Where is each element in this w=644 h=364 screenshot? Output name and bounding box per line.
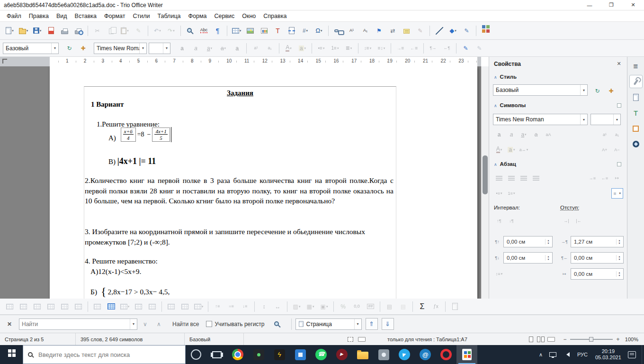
- spacing-above-spinner[interactable]: 0,00 см: [503, 236, 553, 247]
- menu-item[interactable]: Вставка: [71, 11, 100, 21]
- combo-arrow-icon[interactable]: [580, 114, 585, 125]
- insert-hyperlink-icon[interactable]: [331, 24, 344, 37]
- opera-icon[interactable]: [436, 345, 456, 364]
- section-style[interactable]: Стиль: [494, 74, 517, 80]
- media-app-icon[interactable]: [331, 345, 352, 364]
- properties-deck-icon[interactable]: [629, 75, 643, 88]
- close-button[interactable]: ✕: [622, 0, 644, 10]
- word-count[interactable]: 395 слов, 2 649 символов: [76, 333, 185, 345]
- paragraph-style-combo[interactable]: Базовый: [3, 43, 59, 54]
- combo-arrow-icon[interactable]: [580, 85, 585, 95]
- close-find-bar-icon[interactable]: [6, 320, 13, 328]
- menu-item[interactable]: Окно: [238, 11, 259, 21]
- print-icon[interactable]: [58, 24, 71, 37]
- horizontal-ruler[interactable]: 1234567891011121314151617181920212223: [0, 57, 481, 66]
- document-view[interactable]: Задания 1 Вариант 1.Решите уравнение: А)…: [0, 66, 481, 299]
- insert-table-icon[interactable]: ▾: [230, 24, 243, 37]
- combo-arrow-icon[interactable]: [51, 43, 56, 54]
- update-style-icon[interactable]: ↻: [63, 42, 76, 55]
- tray-expand-icon[interactable]: [536, 352, 546, 358]
- indent-before-spinner[interactable]: 1,27 см: [571, 236, 624, 247]
- zoom-in-icon[interactable]: [615, 336, 621, 343]
- blue-app-icon[interactable]: [290, 345, 311, 364]
- combo-arrow-icon[interactable]: [354, 319, 359, 329]
- spinner-buttons[interactable]: [616, 255, 622, 261]
- find-and-replace-icon[interactable]: [271, 318, 284, 330]
- combo-arrow-icon[interactable]: [613, 114, 618, 125]
- navigate-next-button[interactable]: [382, 318, 394, 330]
- spacing-below-spinner[interactable]: 0,00 см: [503, 252, 553, 264]
- taskbar-clock[interactable]: 20:19 05.03.2021: [591, 348, 625, 361]
- scrollbar-thumb[interactable]: [483, 155, 488, 194]
- indent-first-line-spinner[interactable]: 0,00 см: [571, 268, 624, 280]
- taskbar-search[interactable]: [23, 345, 186, 364]
- navigate-previous-button[interactable]: [366, 318, 378, 330]
- menu-item[interactable]: Файл: [3, 11, 25, 21]
- new-style-icon[interactable]: ✚: [77, 42, 89, 55]
- insert-table-grid-icon[interactable]: [105, 300, 117, 313]
- menu-item[interactable]: Таблица: [153, 11, 184, 21]
- document-page[interactable]: Задания 1 Вариант 1.Решите уравнение: А)…: [50, 66, 477, 299]
- match-case-checkbox[interactable]: [206, 321, 212, 327]
- font-size-combo[interactable]: [149, 43, 170, 54]
- insert-bookmark-icon[interactable]: ⚑: [373, 24, 385, 37]
- insert-line-icon[interactable]: [433, 24, 446, 37]
- export-pdf-icon[interactable]: [45, 24, 57, 37]
- menu-item[interactable]: Справка: [259, 11, 290, 21]
- sidebar-close-icon[interactable]: [616, 60, 622, 67]
- sidebar-line-spacing-dropdown[interactable]: [611, 188, 623, 199]
- find-and-replace-icon[interactable]: [184, 24, 197, 37]
- menu-item[interactable]: Правка: [25, 11, 53, 21]
- page-indicator[interactable]: Страница 2 из 5: [0, 333, 76, 345]
- sidebar-settings-icon[interactable]: ≣: [629, 59, 643, 73]
- tab-stop-icon[interactable]: [2, 59, 7, 64]
- insert-footnote-icon[interactable]: A¹: [345, 24, 358, 37]
- file-explorer-icon[interactable]: [352, 345, 373, 364]
- multi-page-view-icon[interactable]: [537, 337, 540, 342]
- menu-item[interactable]: Вид: [53, 11, 71, 21]
- new-style-icon[interactable]: ✚: [605, 84, 617, 97]
- sidebar-style-combo[interactable]: Базовый: [493, 84, 588, 96]
- edit-mode-icon[interactable]: ✎: [459, 42, 472, 55]
- insert-cross-reference-icon[interactable]: ⇄: [386, 24, 399, 37]
- character-dialog-launcher-icon[interactable]: [617, 103, 621, 108]
- update-style-icon[interactable]: ↻: [591, 84, 604, 97]
- find-all-button[interactable]: Найти все: [172, 321, 199, 328]
- save-icon[interactable]: ▾: [31, 24, 44, 37]
- mail-app-icon[interactable]: [415, 345, 436, 364]
- spinner-buttons[interactable]: [545, 255, 551, 261]
- chrome-icon[interactable]: [227, 345, 248, 364]
- combo-arrow-icon[interactable]: [163, 43, 168, 54]
- spinner-buttons[interactable]: [616, 271, 622, 277]
- menu-item[interactable]: Стили: [129, 11, 153, 21]
- new-document-icon[interactable]: ▾: [3, 24, 16, 37]
- page-style-indicator[interactable]: Базовый: [185, 333, 244, 345]
- insert-chart-icon[interactable]: [258, 24, 270, 37]
- section-paragraph[interactable]: Абзац: [494, 161, 516, 167]
- navigate-by-combo[interactable]: Страница: [295, 318, 362, 330]
- styles-deck-icon[interactable]: T: [629, 106, 643, 119]
- zoom-slider[interactable]: [570, 339, 613, 340]
- combo-arrow-icon[interactable]: [139, 43, 144, 54]
- zoom-control[interactable]: [562, 336, 621, 343]
- action-center-icon[interactable]: [628, 351, 636, 358]
- navigator-deck-icon[interactable]: [629, 137, 643, 151]
- spinner-buttons[interactable]: [616, 239, 622, 245]
- insert-endnote-icon[interactable]: A₁: [359, 24, 372, 37]
- page-deck-icon[interactable]: [629, 91, 643, 104]
- dark-app-icon[interactable]: [248, 345, 269, 364]
- insert-page-break-icon[interactable]: [285, 24, 298, 37]
- task-view-icon[interactable]: [206, 345, 227, 364]
- grid-view-icon[interactable]: [479, 24, 492, 37]
- minimize-button[interactable]: —: [579, 0, 600, 10]
- insert-image-icon[interactable]: [244, 24, 257, 37]
- language-indicator[interactable]: РУС: [573, 352, 591, 357]
- start-button[interactable]: [0, 345, 23, 364]
- tray-volume-icon[interactable]: [564, 352, 570, 357]
- gallery-deck-icon[interactable]: [629, 122, 643, 135]
- section-character[interactable]: Символы: [494, 102, 526, 108]
- insert-text-box-icon[interactable]: T: [271, 24, 284, 37]
- taskbar-search-input[interactable]: [38, 351, 180, 358]
- selection-mode-icon[interactable]: [348, 337, 353, 342]
- font-name-combo[interactable]: Times New Roman: [94, 43, 147, 54]
